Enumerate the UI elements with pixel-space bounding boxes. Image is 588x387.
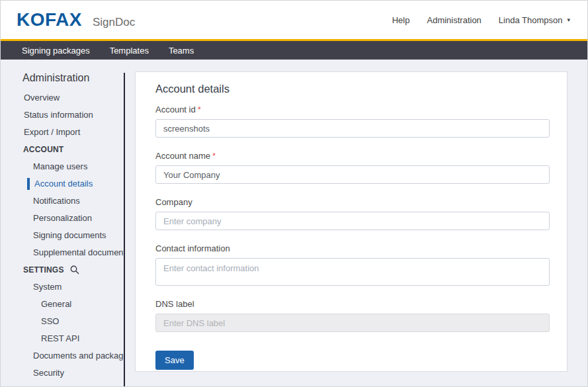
sidebar-item-security[interactable]: Security: [1, 365, 124, 382]
main-panel: Account details Account id* Account name…: [125, 60, 587, 386]
account-name-input[interactable]: [155, 165, 550, 184]
sidebar: Administration Overview Status informati…: [1, 60, 124, 386]
sidebar-item-documents-and-packages[interactable]: Documents and packages: [1, 347, 124, 365]
kofax-logo: KOFAX: [17, 9, 82, 30]
sidebar-item-signing-documents[interactable]: Signing documents: [1, 227, 124, 244]
contact-information-textarea[interactable]: [155, 258, 550, 286]
help-link[interactable]: Help: [392, 15, 410, 25]
product-name: SignDoc: [93, 16, 135, 29]
app-window: KOFAX SignDoc Help Administration Linda …: [0, 0, 588, 387]
sidebar-item-export-import[interactable]: Export / Import: [1, 124, 124, 141]
search-icon[interactable]: [70, 265, 79, 275]
brand: KOFAX SignDoc: [17, 9, 135, 30]
sidebar-section-settings-label: SETTINGS: [23, 261, 64, 279]
user-menu[interactable]: Linda Thompson ▾: [499, 15, 570, 25]
user-name: Linda Thompson: [499, 15, 563, 25]
sidebar-item-notifications[interactable]: Notifications: [1, 193, 124, 210]
account-name-label-text: Account name: [155, 151, 210, 161]
nav-teams[interactable]: Teams: [169, 46, 194, 56]
page-title: Account details: [155, 83, 550, 95]
sidebar-item-status-information[interactable]: Status information: [1, 107, 124, 124]
sidebar-item-sso[interactable]: SSO: [1, 313, 124, 330]
form-group-account-id: Account id*: [155, 105, 550, 138]
sidebar-section-settings: SETTINGS: [1, 261, 124, 279]
chevron-down-icon: ▾: [567, 17, 570, 23]
account-id-input[interactable]: [155, 119, 550, 138]
dns-label-input: [155, 314, 550, 332]
nav-signing-packages[interactable]: Signing packages: [22, 46, 90, 56]
company-label: Company: [155, 197, 550, 207]
form-group-contact-information: Contact information: [155, 243, 550, 286]
sidebar-menu: Overview Status information Export / Imp…: [1, 89, 124, 382]
nav-templates[interactable]: Templates: [110, 46, 149, 56]
form-group-dns-label: DNS label: [155, 299, 550, 332]
main-nav: Signing packages Templates Teams: [1, 41, 587, 60]
contact-information-label: Contact information: [155, 243, 550, 253]
sidebar-item-account-details[interactable]: Account details: [1, 175, 124, 193]
required-marker: *: [198, 105, 201, 114]
header-links: Help Administration Linda Thompson ▾: [392, 15, 570, 25]
sidebar-item-supplemental-documents[interactable]: Supplemental documents: [1, 244, 124, 261]
sidebar-item-system[interactable]: System: [1, 279, 124, 296]
sidebar-item-overview[interactable]: Overview: [1, 89, 124, 107]
sidebar-section-account: ACCOUNT: [1, 141, 124, 158]
account-details-card: Account details Account id* Account name…: [135, 71, 567, 372]
sidebar-title: Administration: [1, 72, 124, 84]
top-header: KOFAX SignDoc Help Administration Linda …: [1, 1, 587, 39]
sidebar-item-personalization[interactable]: Personalization: [1, 210, 124, 227]
form-group-account-name: Account name*: [155, 151, 550, 184]
account-name-label: Account name*: [155, 151, 550, 161]
content-area: Administration Overview Status informati…: [1, 60, 587, 386]
dns-label-label: DNS label: [155, 299, 550, 309]
sidebar-item-rest-api[interactable]: REST API: [1, 330, 124, 347]
save-button[interactable]: Save: [155, 351, 194, 370]
account-id-label: Account id*: [155, 105, 550, 114]
sidebar-item-general[interactable]: General: [1, 296, 124, 313]
sidebar-item-manage-users[interactable]: Manage users: [1, 158, 124, 175]
form-group-company: Company: [155, 197, 550, 230]
administration-link[interactable]: Administration: [427, 15, 481, 25]
company-input[interactable]: [155, 212, 550, 230]
required-marker: *: [212, 151, 216, 161]
account-id-label-text: Account id: [155, 105, 196, 114]
